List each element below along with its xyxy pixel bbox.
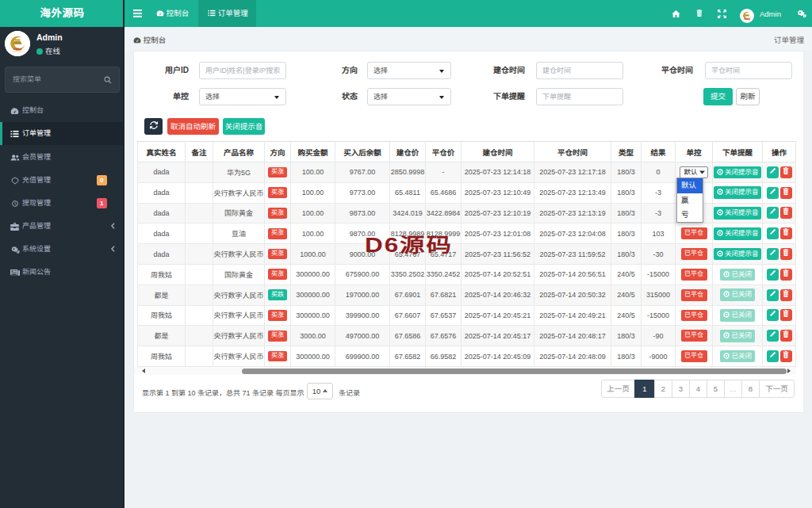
svg-text:中国黄金: 中国黄金 [744, 18, 750, 21]
svg-text:中国黄金: 中国黄金 [13, 48, 21, 51]
svg-text:CHINA GOLD: CHINA GOLD [13, 51, 23, 52]
